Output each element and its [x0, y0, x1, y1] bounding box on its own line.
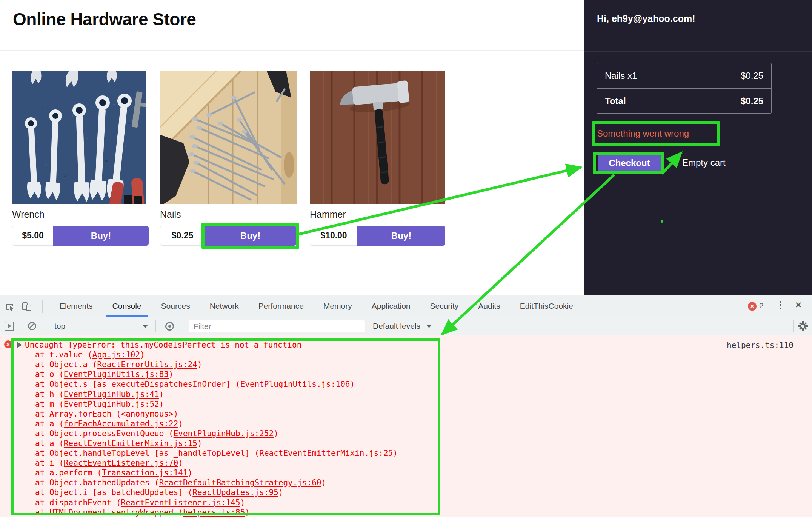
- buy-button-hammer[interactable]: Buy!: [357, 226, 445, 246]
- product-name: Nails: [160, 209, 181, 220]
- stack-frame: at Object.a (ReactErrorUtils.js:24): [0, 360, 812, 369]
- tabbar-divider: [771, 300, 771, 312]
- header-divider: [0, 50, 584, 51]
- console-error-row: Uncaught TypeError: this.myCodeIsPerfect…: [0, 340, 812, 350]
- cart-item-row: Nails x1 $0.25: [597, 63, 771, 88]
- stack-frame: at Object.batchedUpdates (ReactDefaultBa…: [0, 478, 812, 488]
- cart-item-label: Nails x1: [605, 71, 637, 81]
- stack-file-link[interactable]: EventPluginUtils.js:106: [240, 380, 350, 389]
- stack-file-link[interactable]: EventPluginHub.js:252: [174, 429, 274, 438]
- log-levels-selector[interactable]: Default levels: [373, 317, 420, 335]
- tab-performance[interactable]: Performance: [249, 295, 314, 317]
- stack-file-link[interactable]: EventPluginHub.js:52: [64, 400, 159, 409]
- inspect-element-icon[interactable]: [5, 302, 15, 311]
- error-message: Uncaught TypeError: this.myCodeIsPerfect…: [25, 340, 301, 349]
- stack-file-link[interactable]: ReactEventEmitterMixin.js:25: [259, 449, 393, 458]
- tab-elements[interactable]: Elements: [50, 295, 103, 317]
- console-toolbar: top Default levels: [0, 317, 812, 335]
- close-devtools-icon[interactable]: ×: [795, 299, 801, 311]
- tab-network[interactable]: Network: [200, 295, 249, 317]
- cart-total-row: Total $0.25: [597, 88, 771, 113]
- page: Online Hardware Store: [0, 0, 812, 517]
- eye-icon[interactable]: [165, 322, 174, 331]
- context-selector[interactable]: top: [54, 317, 65, 335]
- stack-file-link[interactable]: ReactEventListener.js:70: [64, 459, 178, 468]
- buy-button-wrench[interactable]: Buy!: [53, 226, 149, 246]
- stack-frame: at Object.handleTopLevel [as _handleTopL…: [0, 448, 812, 458]
- user-greeting: Hi, eh9y@yahoo.com!: [597, 13, 695, 24]
- page-title: Online Hardware Store: [13, 9, 196, 29]
- tab-sources[interactable]: Sources: [151, 295, 200, 317]
- nails-product-image: [160, 71, 297, 204]
- tab-console[interactable]: Console: [103, 295, 151, 317]
- product-name: Wrench: [12, 209, 45, 220]
- tab-memory[interactable]: Memory: [314, 295, 362, 317]
- sidebar-divider: [584, 51, 812, 52]
- stack-frame: at Object.processEventQueue (EventPlugin…: [0, 429, 812, 439]
- cart-table: Nails x1 $0.25 Total $0.25: [597, 63, 772, 114]
- console-error-block: Uncaught TypeError: this.myCodeIsPerfect…: [0, 340, 812, 517]
- tabbar-divider: [42, 300, 43, 313]
- cart-item-amount: $0.25: [741, 71, 763, 81]
- stack-frame: at o (EventPluginUtils.js:83): [0, 369, 812, 379]
- tab-application[interactable]: Application: [362, 295, 420, 317]
- stack-frame: at h (EventPluginHub.js:41): [0, 389, 812, 399]
- stack-file-link[interactable]: EventPluginHub.js:41: [64, 390, 159, 399]
- more-options-icon[interactable]: [780, 301, 781, 311]
- console-stack: at t.value (App.js:102)at Object.a (Reac…: [0, 350, 812, 517]
- tab-security[interactable]: Security: [420, 295, 468, 317]
- stack-file-link[interactable]: ReactEventEmitterMixin.js:15: [64, 439, 197, 448]
- stack-file-link[interactable]: helpers.ts:85: [183, 508, 245, 517]
- devtools-tabbar: ElementsConsoleSourcesNetworkPerformance…: [0, 295, 812, 317]
- chevron-down-icon: [143, 325, 148, 328]
- stack-file-link[interactable]: ReactEventListener.js:145: [121, 498, 240, 507]
- stack-file-link[interactable]: ReactUpdates.js:95: [192, 488, 278, 497]
- tab-editthiscookie[interactable]: EditThisCookie: [510, 295, 583, 317]
- product-price: $0.25: [160, 226, 205, 246]
- console-output: × Uncaught TypeError: this.myCodeIsPerfe…: [0, 335, 812, 517]
- console-sidebar-icon[interactable]: [5, 322, 14, 331]
- context-value: top: [54, 322, 65, 331]
- stack-file-link[interactable]: ReactErrorUtils.js:24: [97, 360, 197, 369]
- stack-file-link[interactable]: ReactDefaultBatchingStrategy.js:60: [159, 478, 321, 487]
- tab-audits[interactable]: Audits: [468, 295, 510, 317]
- expand-triangle-icon[interactable]: [17, 342, 22, 348]
- stack-file-link[interactable]: App.js:102: [92, 350, 140, 359]
- error-count: 2: [759, 301, 764, 310]
- gear-icon[interactable]: [798, 321, 808, 331]
- stack-file-link[interactable]: forEachAccumulated.js:22: [64, 419, 178, 428]
- devtools-tabs: ElementsConsoleSourcesNetworkPerformance…: [50, 295, 583, 317]
- toolbar-divider: [155, 320, 156, 332]
- wrench-product-image: [12, 71, 146, 204]
- stack-frame: at Object.i [as batchedUpdates] (ReactUp…: [0, 488, 812, 497]
- product-name: Hammer: [310, 209, 346, 220]
- buy-button-nails[interactable]: Buy!: [205, 226, 296, 246]
- checkout-button[interactable]: Checkout: [598, 154, 661, 172]
- stack-file-link[interactable]: Transaction.js:141: [102, 468, 188, 477]
- stack-frame: at a.perform (Transaction.js:141): [0, 468, 812, 478]
- hammer-product-image: [310, 71, 445, 204]
- console-filter-input[interactable]: [189, 320, 365, 332]
- cart-sidebar: Hi, eh9y@yahoo.com! Nails x1 $0.25 Total…: [584, 0, 812, 295]
- cart-total-amount: $0.25: [741, 96, 763, 106]
- error-badge-icon[interactable]: ×: [748, 302, 757, 311]
- product-price: $10.00: [310, 226, 357, 246]
- levels-value: Default levels: [373, 322, 420, 331]
- product-price: $5.00: [12, 226, 53, 246]
- stack-frame: at m (EventPluginHub.js:52): [0, 399, 812, 409]
- clear-console-icon[interactable]: [28, 322, 36, 330]
- cart-total-label: Total: [605, 96, 626, 106]
- stack-frame: at HTMLDocument.sentryWrapped (helpers.t…: [0, 508, 812, 517]
- toolbar-divider: [793, 320, 794, 332]
- stack-frame: at Object.s [as executeDispatchesInOrder…: [0, 379, 812, 389]
- stack-frame: at i (ReactEventListener.js:70): [0, 458, 812, 468]
- stack-frame: at a (ReactEventEmitterMixin.js:15): [0, 439, 812, 448]
- empty-cart-button[interactable]: Empty cart: [682, 157, 726, 168]
- chevron-down-icon: [426, 325, 432, 328]
- stack-file-link[interactable]: EventPluginUtils.js:83: [64, 370, 169, 379]
- device-toolbar-icon[interactable]: [22, 302, 32, 311]
- source-file-link[interactable]: helpers.ts:110: [727, 341, 794, 350]
- stack-frame: at dispatchEvent (ReactEventListener.js:…: [0, 498, 812, 508]
- cart-error-message: Something went wrong: [597, 128, 689, 139]
- stack-frame: at Array.forEach (<anonymous>): [0, 409, 812, 419]
